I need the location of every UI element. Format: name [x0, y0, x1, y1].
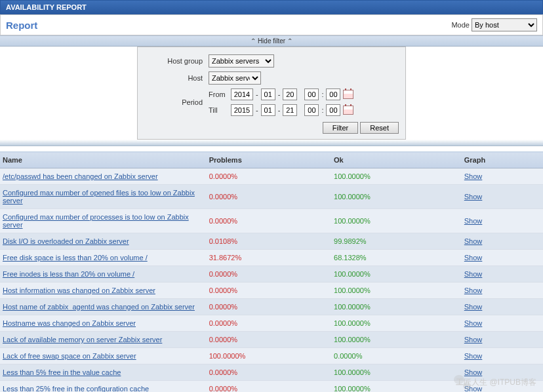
- reset-button[interactable]: [360, 122, 399, 134]
- sep: -: [278, 90, 281, 98]
- trigger-link[interactable]: Less than 25% free in the configuration …: [3, 385, 149, 392]
- problems-value: 0.0000%: [207, 315, 331, 332]
- table-row: Lack of available memory on server Zabbi…: [0, 332, 543, 348]
- problems-value: 0.0000%: [207, 332, 331, 348]
- table-row: Configured max number of opened files is…: [0, 185, 543, 209]
- table-row: Less than 5% free in the value cache0.00…: [0, 364, 543, 381]
- till-day-input[interactable]: [283, 104, 297, 116]
- till-label: Till: [209, 106, 228, 114]
- till-min-input[interactable]: [326, 104, 340, 116]
- ok-value: 100.0000%: [331, 381, 462, 393]
- show-graph-link[interactable]: Show: [464, 193, 483, 201]
- column-header-graph[interactable]: Graph: [462, 152, 543, 168]
- show-graph-link[interactable]: Show: [464, 254, 483, 262]
- column-header-name[interactable]: Name: [0, 152, 207, 168]
- trigger-link[interactable]: Host information was changed on Zabbix s…: [3, 286, 155, 294]
- filter-button[interactable]: [323, 122, 358, 134]
- mode-select[interactable]: By host: [472, 18, 537, 31]
- from-label: From: [209, 90, 228, 98]
- ok-value: 100.0000%: [331, 209, 462, 233]
- from-year-input[interactable]: [231, 88, 253, 100]
- column-header-ok[interactable]: Ok: [331, 152, 462, 168]
- show-graph-link[interactable]: Show: [464, 270, 483, 278]
- toggle-filter-button[interactable]: ⌃ Hide filter ⌃: [0, 35, 543, 47]
- ok-value: 100.0000%: [331, 185, 462, 209]
- trigger-link[interactable]: Lack of free swap space on Zabbix server: [3, 352, 136, 360]
- table-row: Free inodes is less than 20% on volume /…: [0, 266, 543, 283]
- trigger-link[interactable]: Disk I/O is overloaded on Zabbix server: [3, 237, 129, 245]
- problems-value: 100.0000%: [207, 348, 331, 364]
- trigger-link[interactable]: /etc/passwd has been changed on Zabbix s…: [3, 172, 158, 180]
- ok-value: 100.0000%: [331, 332, 462, 348]
- from-min-input[interactable]: [326, 88, 340, 100]
- host-group-label: Host group: [144, 52, 207, 69]
- from-hour-input[interactable]: [304, 88, 319, 100]
- sep: -: [256, 106, 258, 114]
- sep: -: [278, 106, 281, 114]
- show-graph-link[interactable]: Show: [464, 286, 483, 294]
- trigger-link[interactable]: Hostname was changed on Zabbix server: [3, 319, 136, 327]
- problems-value: 0.0108%: [207, 233, 331, 250]
- problems-value: 0.0000%: [207, 283, 331, 299]
- from-month-input[interactable]: [261, 88, 275, 100]
- host-label: Host: [144, 69, 207, 87]
- trigger-link[interactable]: Free inodes is less than 20% on volume /: [3, 270, 134, 278]
- table-row: Host information was changed on Zabbix s…: [0, 283, 543, 299]
- period-label: Period: [144, 87, 207, 118]
- trigger-link[interactable]: Free disk space is less than 20% on volu…: [3, 254, 148, 262]
- from-day-input[interactable]: [283, 88, 297, 100]
- trigger-link[interactable]: Less than 5% free in the value cache: [3, 368, 121, 376]
- problems-value: 0.0000%: [207, 381, 331, 393]
- table-row: Host name of zabbix_agentd was changed o…: [0, 299, 543, 315]
- show-graph-link[interactable]: Show: [464, 352, 483, 360]
- ok-value: 100.0000%: [331, 266, 462, 283]
- problems-value: 31.8672%: [207, 250, 331, 266]
- trigger-link[interactable]: Host name of zabbix_agentd was changed o…: [3, 303, 195, 311]
- calendar-icon[interactable]: [343, 106, 353, 115]
- availability-table: Name Problems Ok Graph /etc/passwd has b…: [0, 151, 543, 392]
- table-row: /etc/passwd has been changed on Zabbix s…: [0, 168, 543, 185]
- mode-control: Mode By host: [451, 18, 537, 31]
- host-group-select[interactable]: Zabbix servers: [209, 54, 274, 68]
- show-graph-link[interactable]: Show: [464, 319, 483, 327]
- period-from-row: From - - :: [209, 88, 397, 100]
- till-month-input[interactable]: [261, 104, 275, 116]
- ok-value: 100.0000%: [331, 299, 462, 315]
- filter-container: Host group Zabbix servers Host Zabbix se…: [0, 47, 543, 140]
- table-row: Configured max number of processes is to…: [0, 209, 543, 233]
- show-graph-link[interactable]: Show: [464, 336, 483, 343]
- show-graph-link[interactable]: Show: [464, 217, 483, 225]
- show-graph-link[interactable]: Show: [464, 237, 483, 245]
- problems-value: 0.0000%: [207, 209, 331, 233]
- table-row: Lack of free swap space on Zabbix server…: [0, 348, 543, 364]
- show-graph-link[interactable]: Show: [464, 385, 483, 392]
- show-graph-link[interactable]: Show: [464, 368, 483, 376]
- divider: [0, 140, 543, 146]
- trigger-link[interactable]: Lack of available memory on server Zabbi…: [3, 336, 162, 343]
- problems-value: 0.0000%: [207, 299, 331, 315]
- sep: :: [321, 90, 323, 98]
- table-row: Free disk space is less than 20% on volu…: [0, 250, 543, 266]
- trigger-link[interactable]: Configured max number of processes is to…: [3, 213, 189, 229]
- till-year-input[interactable]: [231, 104, 253, 116]
- filter-box: Host group Zabbix servers Host Zabbix se…: [137, 47, 406, 140]
- breadcrumb: AVAILABILITY REPORT: [0, 0, 543, 14]
- calendar-icon[interactable]: [343, 90, 353, 99]
- table-row: Less than 25% free in the configuration …: [0, 381, 543, 393]
- problems-value: 0.0000%: [207, 364, 331, 381]
- chevron-up-icon: ⌃: [287, 37, 292, 45]
- sep: [300, 90, 302, 98]
- show-graph-link[interactable]: Show: [464, 303, 483, 311]
- mode-label: Mode: [451, 21, 470, 29]
- host-select[interactable]: Zabbix server: [209, 71, 261, 85]
- ok-value: 100.0000%: [331, 364, 462, 381]
- ok-value: 68.1328%: [331, 250, 462, 266]
- problems-value: 0.0000%: [207, 266, 331, 283]
- ok-value: 100.0000%: [331, 168, 462, 185]
- column-header-problems[interactable]: Problems: [207, 152, 331, 168]
- show-graph-link[interactable]: Show: [464, 172, 483, 180]
- ok-value: 0.0000%: [331, 348, 462, 364]
- trigger-link[interactable]: Configured max number of opened files is…: [3, 189, 195, 205]
- till-hour-input[interactable]: [304, 104, 319, 116]
- ok-value: 99.9892%: [331, 233, 462, 250]
